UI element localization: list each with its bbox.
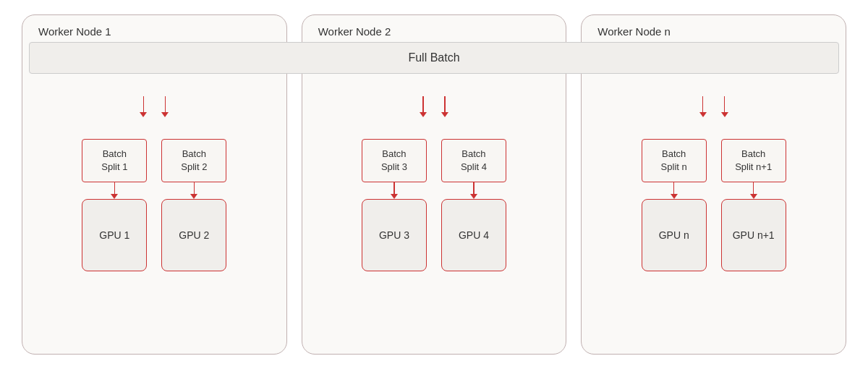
arrow-line-1-1 bbox=[143, 96, 145, 112]
arrow-line-n-2 bbox=[724, 96, 726, 112]
top-arrows-row-1 bbox=[35, 96, 273, 117]
gpu-box-1-2: GPU 2 bbox=[161, 199, 226, 271]
batch-split-box-2-2: BatchSplit 4 bbox=[441, 139, 506, 182]
full-batch-bar: Full Batch bbox=[29, 42, 839, 74]
batch-split-label-n-1: BatchSplit n bbox=[661, 148, 687, 174]
full-batch-container: Full Batch bbox=[29, 42, 839, 74]
arrow-line-small-2-1 bbox=[393, 182, 395, 194]
diagram: Full Batch Worker Node 1 bbox=[14, 14, 854, 355]
gpu-box-1-1: GPU 1 bbox=[82, 199, 147, 271]
arrow-down-small-1-2 bbox=[190, 182, 197, 199]
gpu-box-n-2: GPU n+1 bbox=[721, 199, 786, 271]
worker-node-n-label: Worker Node n bbox=[597, 25, 671, 38]
gpu-label-1-2: GPU 2 bbox=[179, 229, 209, 241]
top-arrows-row-2 bbox=[315, 96, 553, 117]
gpu-label-n-1: GPU n bbox=[659, 229, 689, 241]
split-gpu-col-2-2: BatchSplit 4 GPU 4 bbox=[441, 139, 506, 271]
batch-split-box-1-2: BatchSplit 2 bbox=[161, 139, 226, 182]
split-gpu-col-1-2: BatchSplit 2 GPU 2 bbox=[161, 139, 226, 271]
arrow-line-small-1-1 bbox=[114, 182, 116, 194]
arrow-head-small-n-2 bbox=[750, 194, 757, 199]
arrow-down-small-2-1 bbox=[391, 182, 398, 199]
gpu-box-n-1: GPU n bbox=[642, 199, 707, 271]
batch-split-box-n-2: BatchSplit n+1 bbox=[721, 139, 786, 182]
batch-split-label-2-2: BatchSplit 4 bbox=[461, 148, 487, 174]
arrow-line-small-2-2 bbox=[473, 182, 475, 194]
arrow-down-small-2-2 bbox=[470, 182, 477, 199]
arrow-line-small-n-1 bbox=[673, 182, 675, 194]
gpu-label-2-2: GPU 4 bbox=[459, 229, 489, 241]
worker-node-2-label: Worker Node 2 bbox=[318, 25, 391, 38]
arrow-line-1-2 bbox=[165, 96, 166, 112]
arrow-line-small-1-2 bbox=[194, 182, 195, 194]
gpu-box-2-2: GPU 4 bbox=[441, 199, 506, 271]
batch-split-label-n-2: BatchSplit n+1 bbox=[735, 148, 772, 174]
arrow-line-2-1 bbox=[422, 96, 424, 112]
top-arrows-row-n bbox=[595, 96, 833, 117]
arrow-head-2-2 bbox=[441, 112, 448, 117]
arrow-down-small-n-1 bbox=[671, 182, 678, 199]
batch-split-label-2-1: BatchSplit 3 bbox=[381, 148, 407, 174]
arrow-head-n-2 bbox=[721, 112, 728, 117]
batch-split-box-2-1: BatchSplit 3 bbox=[362, 139, 427, 182]
arrow-line-small-n-2 bbox=[753, 182, 754, 194]
batch-split-box-1-1: BatchSplit 1 bbox=[82, 139, 147, 182]
arrow-head-small-2-2 bbox=[470, 194, 477, 199]
node-inner-1: BatchSplit 1 GPU 1 BatchSplit 2 bbox=[35, 59, 273, 341]
split-gpu-col-n-2: BatchSplit n+1 GPU n+1 bbox=[721, 139, 786, 271]
arrow-head-2-1 bbox=[420, 112, 427, 117]
arrow-down-n-2 bbox=[721, 96, 728, 117]
split-gpu-col-2-1: BatchSplit 3 GPU 3 bbox=[362, 139, 427, 271]
arrow-head-n-1 bbox=[699, 112, 707, 117]
arrow-down-2-1 bbox=[420, 96, 427, 117]
arrow-down-1-1 bbox=[140, 96, 147, 117]
arrow-down-small-1-1 bbox=[111, 182, 118, 199]
gpu-label-2-1: GPU 3 bbox=[379, 229, 409, 241]
arrow-line-n-1 bbox=[702, 96, 704, 112]
batch-split-box-n-1: BatchSplit n bbox=[642, 139, 707, 182]
arrow-head-small-2-1 bbox=[391, 194, 398, 199]
arrow-down-n-1 bbox=[699, 96, 707, 117]
splits-row-1: BatchSplit 1 GPU 1 BatchSplit 2 bbox=[35, 139, 273, 271]
split-gpu-col-1-1: BatchSplit 1 GPU 1 bbox=[82, 139, 147, 271]
gpu-label-n-2: GPU n+1 bbox=[733, 229, 775, 241]
arrow-head-small-n-1 bbox=[671, 194, 678, 199]
gpu-label-1-1: GPU 1 bbox=[99, 229, 129, 241]
node-inner-2: BatchSplit 3 GPU 3 BatchSplit 4 bbox=[315, 59, 553, 341]
full-batch-label: Full Batch bbox=[408, 51, 459, 64]
batch-split-label-1-2: BatchSplit 2 bbox=[181, 148, 207, 174]
node-inner-n: BatchSplit n GPU n BatchSplit n+1 bbox=[595, 59, 833, 341]
arrow-down-2-2 bbox=[441, 96, 448, 117]
arrow-head-small-1-2 bbox=[190, 194, 197, 199]
arrow-down-small-n-2 bbox=[750, 182, 757, 199]
arrow-head-small-1-1 bbox=[111, 194, 118, 199]
arrow-down-1-2 bbox=[161, 96, 169, 117]
batch-split-label-1-1: BatchSplit 1 bbox=[101, 148, 127, 174]
splits-row-2: BatchSplit 3 GPU 3 BatchSplit 4 bbox=[315, 139, 553, 271]
split-gpu-col-n-1: BatchSplit n GPU n bbox=[642, 139, 707, 271]
arrow-line-2-2 bbox=[444, 96, 446, 112]
splits-row-n: BatchSplit n GPU n BatchSplit n+1 bbox=[595, 139, 833, 271]
arrow-head-1-1 bbox=[140, 112, 147, 117]
worker-node-1-label: Worker Node 1 bbox=[38, 25, 111, 38]
gpu-box-2-1: GPU 3 bbox=[362, 199, 427, 271]
arrow-head-1-2 bbox=[161, 112, 169, 117]
